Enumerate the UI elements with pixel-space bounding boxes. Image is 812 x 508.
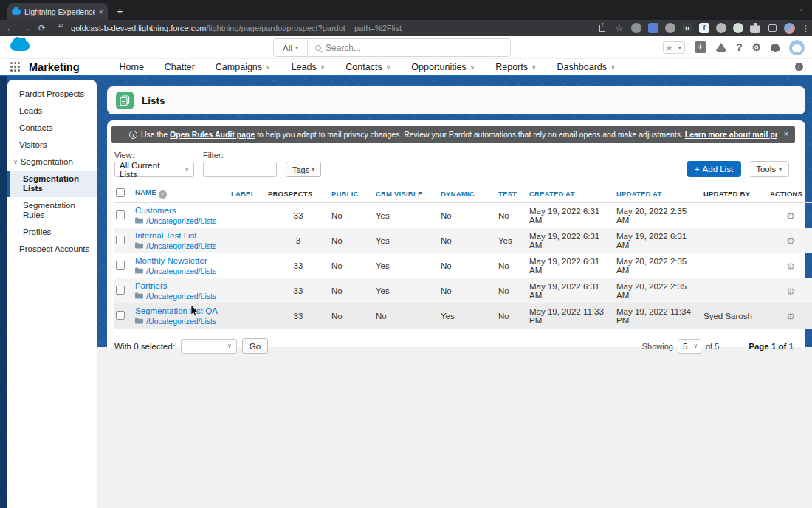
- folder-path-link[interactable]: /Uncategorized/Lists: [146, 216, 216, 225]
- column-header-name[interactable]: NAME↑: [134, 186, 230, 203]
- row-checkbox[interactable]: [116, 236, 125, 244]
- extension-clock-icon[interactable]: [733, 23, 743, 33]
- bulk-action-select[interactable]: ∨: [181, 339, 237, 354]
- nav-tab-contacts[interactable]: Contacts∨: [335, 59, 401, 75]
- sidebar-item-pardot-prospects[interactable]: Pardot Prospects: [7, 86, 97, 103]
- nav-tab-home[interactable]: Home: [109, 59, 154, 75]
- nav-info-badge-icon[interactable]: i: [795, 63, 803, 71]
- column-header-dynamic[interactable]: DYNAMIC: [439, 186, 497, 203]
- row-settings-gear-icon[interactable]: ⚙: [786, 261, 795, 272]
- banner-link-learn-more[interactable]: Learn more about mail privacy protection…: [685, 130, 777, 139]
- guidance-center-icon[interactable]: [716, 43, 726, 52]
- column-header-public[interactable]: PUBLIC: [330, 186, 374, 203]
- extension-blue-square-icon[interactable]: [648, 23, 658, 33]
- puzzle-extensions-icon[interactable]: [750, 23, 760, 33]
- go-button[interactable]: Go: [242, 338, 268, 354]
- column-header-crm-visible[interactable]: CRM VISIBLE: [374, 186, 439, 203]
- extension-rings-icon[interactable]: [716, 23, 726, 33]
- page-size-select[interactable]: 5∨: [678, 339, 701, 354]
- sidebar-item-contacts[interactable]: Contacts: [7, 120, 97, 137]
- sort-ascending-icon[interactable]: ↑: [159, 190, 167, 199]
- tools-button[interactable]: Tools▾: [749, 161, 789, 177]
- nav-tab-dashboards[interactable]: Dashboards∨: [547, 59, 626, 75]
- row-checkbox[interactable]: [116, 286, 125, 295]
- browser-tab[interactable]: Lightning Experience | Salesfor ×: [7, 3, 108, 20]
- reload-button[interactable]: ⟳: [38, 23, 46, 33]
- page-number-link[interactable]: 1: [789, 342, 794, 351]
- list-name-link[interactable]: Segmentation List QA: [135, 306, 228, 315]
- list-name-link[interactable]: Internal Test List: [135, 231, 228, 240]
- filter-input[interactable]: [203, 162, 277, 177]
- forward-button[interactable]: →: [22, 23, 31, 33]
- nav-tab-leads[interactable]: Leads∨: [281, 59, 336, 75]
- sidebar-item-segmentation-rules[interactable]: Segmentation Rules: [7, 197, 97, 224]
- nav-tab-chatter[interactable]: Chatter: [154, 59, 205, 75]
- extension-gray-circle-icon[interactable]: [665, 23, 675, 33]
- view-select[interactable]: All Current Lists∨: [114, 162, 194, 177]
- banner-close-icon[interactable]: ×: [784, 129, 788, 138]
- favorites-chevron-icon[interactable]: ▾: [675, 41, 685, 54]
- global-actions-icon[interactable]: +: [695, 41, 706, 53]
- row-checkbox[interactable]: [116, 311, 125, 320]
- extension-badged-icon[interactable]: [631, 23, 641, 33]
- row-settings-gear-icon[interactable]: ⚙: [786, 236, 795, 247]
- share-icon[interactable]: [597, 23, 608, 33]
- notifications-bell-icon[interactable]: [771, 44, 780, 51]
- folder-path-link[interactable]: /Uncategorized/Lists: [146, 292, 216, 301]
- sidebar-item-visitors[interactable]: Visitors: [7, 137, 97, 154]
- list-name-link[interactable]: Customers: [135, 206, 228, 215]
- user-avatar[interactable]: [789, 40, 805, 55]
- list-name-link[interactable]: Partners: [135, 281, 228, 290]
- row-settings-gear-icon[interactable]: ⚙: [786, 286, 795, 297]
- column-header-updated-by[interactable]: UPDATED BY: [702, 186, 768, 203]
- updated-by-cell: [702, 278, 768, 303]
- row-settings-gear-icon[interactable]: ⚙: [786, 210, 795, 222]
- browser-menu-icon[interactable]: ⋮: [802, 27, 806, 30]
- global-search[interactable]: All▾ Search...: [273, 38, 511, 57]
- bookmark-star-icon[interactable]: ☆: [614, 23, 625, 33]
- column-header-updated-at[interactable]: UPDATED AT: [615, 186, 702, 203]
- column-header-label[interactable]: LABEL: [230, 186, 266, 203]
- search-scope-dropdown[interactable]: All▾: [274, 39, 308, 56]
- add-list-button[interactable]: +Add List: [687, 161, 741, 177]
- nav-tab-campaigns[interactable]: Campaigns∨: [205, 59, 281, 75]
- sidebar-item-profiles[interactable]: Profiles: [7, 224, 97, 241]
- tab-title: Lightning Experience | Salesfor: [24, 7, 95, 16]
- sidebar-item-segmentation-lists[interactable]: Segmentation Lists: [7, 171, 97, 197]
- row-checkbox[interactable]: [116, 210, 125, 219]
- nav-tab-opportunities[interactable]: Opportunities∨: [401, 59, 485, 75]
- sidebar-item-segmentation[interactable]: ∨Segmentation: [7, 154, 97, 171]
- setup-gear-icon[interactable]: ⚙: [751, 41, 761, 53]
- back-button[interactable]: ←: [6, 23, 15, 33]
- browser-profile-avatar[interactable]: [784, 23, 795, 34]
- column-header-actions[interactable]: ACTIONS: [768, 186, 812, 203]
- row-checkbox[interactable]: [116, 261, 125, 270]
- help-icon[interactable]: ?: [736, 41, 743, 53]
- favorites-star-icon[interactable]: ★: [663, 41, 675, 54]
- sidebar-item-prospect-accounts[interactable]: Prospect Accounts: [7, 241, 97, 258]
- row-settings-gear-icon[interactable]: ⚙: [786, 311, 795, 322]
- banner-link-open-rules-audit[interactable]: Open Rules Audit page: [170, 130, 255, 139]
- side-panel-icon[interactable]: [767, 23, 777, 33]
- lock-icon[interactable]: [58, 26, 63, 30]
- app-launcher-icon[interactable]: [10, 62, 20, 72]
- sidebar-item-leads[interactable]: Leads: [7, 103, 97, 120]
- tab-close-icon[interactable]: ×: [99, 7, 103, 16]
- column-header-prospects[interactable]: PROSPECTS: [266, 186, 330, 203]
- folder-path-link[interactable]: /Uncategorized/Lists: [146, 267, 216, 275]
- extension-facebook-icon[interactable]: f: [699, 23, 709, 33]
- list-name-link[interactable]: Monthly Newsletter: [135, 256, 228, 265]
- address-field[interactable]: goldcast-b-dev-ed.lightning.force.com/li…: [71, 24, 590, 32]
- tags-button[interactable]: Tags▾: [286, 162, 321, 177]
- favorites-control[interactable]: ★ ▾: [663, 41, 685, 54]
- column-header-created-at[interactable]: CREATED AT: [528, 186, 615, 203]
- nav-tab-reports[interactable]: Reports∨: [485, 59, 546, 75]
- folder-path-link[interactable]: /Uncategorized/Lists: [146, 317, 216, 326]
- window-chevron-icon[interactable]: ⌄: [799, 4, 805, 13]
- new-tab-button[interactable]: +: [117, 4, 123, 17]
- select-all-checkbox[interactable]: [116, 188, 125, 197]
- app-name[interactable]: Marketing: [29, 61, 80, 73]
- column-header-test[interactable]: TEST: [497, 186, 528, 203]
- folder-path-link[interactable]: /Uncategorized/Lists: [146, 241, 216, 250]
- extension-dark-square-icon[interactable]: n: [682, 23, 692, 33]
